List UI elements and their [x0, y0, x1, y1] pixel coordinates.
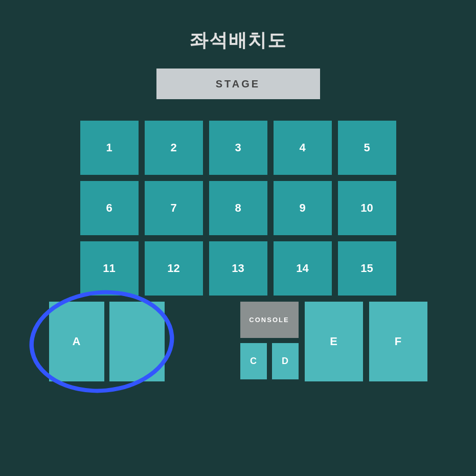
seat-row-2: 6 7 8 9 10 [79, 180, 397, 236]
seat-10[interactable]: 10 [337, 180, 397, 236]
section-a-wrapper: A [48, 301, 171, 382]
seat-9[interactable]: 9 [273, 180, 333, 236]
seat-15[interactable]: 15 [337, 240, 397, 297]
seat-c[interactable]: C [239, 342, 268, 380]
seat-f[interactable]: F [368, 301, 428, 382]
seat-13[interactable]: 13 [208, 240, 268, 297]
cd-row: C D [239, 342, 300, 380]
seat-14[interactable]: 14 [273, 240, 333, 297]
seat-12[interactable]: 12 [144, 240, 204, 297]
seat-a-right[interactable] [108, 301, 166, 382]
seat-7[interactable]: 7 [144, 180, 204, 236]
seat-3[interactable]: 3 [208, 120, 268, 176]
gap-placeholder [175, 301, 235, 382]
console-box: CONSOLE [239, 301, 300, 339]
stage-label: STAGE [156, 69, 320, 99]
seat-e[interactable]: E [304, 301, 364, 382]
seat-6[interactable]: 6 [79, 180, 140, 236]
section-a-inner: A [48, 301, 171, 382]
bottom-section: A CONSOLE C D E F [48, 301, 428, 382]
seat-d[interactable]: D [271, 342, 300, 380]
seat-a[interactable]: A [48, 301, 105, 382]
seat-4[interactable]: 4 [273, 120, 333, 176]
seat-1[interactable]: 1 [79, 120, 140, 176]
seat-2[interactable]: 2 [144, 120, 204, 176]
seat-row-1: 1 2 3 4 5 [79, 120, 397, 176]
seat-row-3: 11 12 13 14 15 [79, 240, 397, 297]
seat-8[interactable]: 8 [208, 180, 268, 236]
seating-area: 1 2 3 4 5 6 7 8 9 10 11 12 13 14 15 [79, 120, 397, 297]
page-title: 좌석배치도 [190, 28, 287, 53]
seat-5[interactable]: 5 [337, 120, 397, 176]
console-cd-group: CONSOLE C D [239, 301, 300, 380]
seat-11[interactable]: 11 [79, 240, 140, 297]
